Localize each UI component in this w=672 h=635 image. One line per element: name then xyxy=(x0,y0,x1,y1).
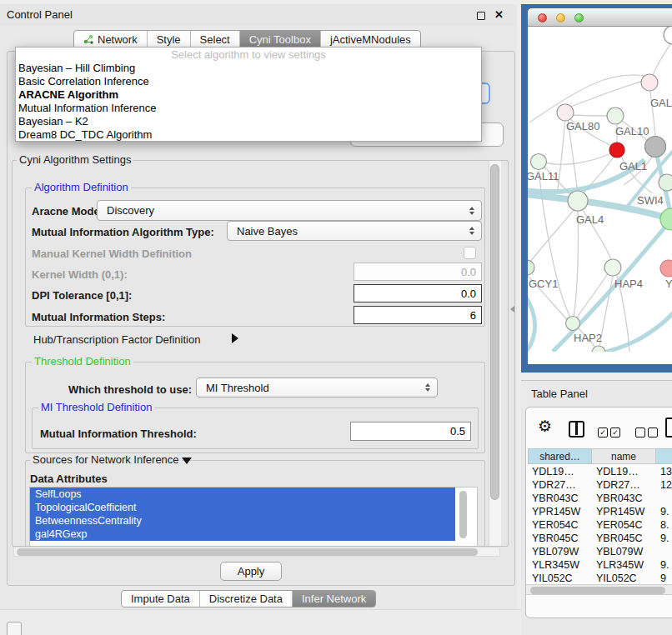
table-hscrollbar-thumb[interactable] xyxy=(530,587,665,594)
column-header[interactable]: shared… xyxy=(528,448,592,464)
panel-resize-handle-icon[interactable] xyxy=(510,306,514,312)
aracne-mode-value: Discovery xyxy=(107,204,154,217)
node-label: GAL4 xyxy=(576,213,604,226)
mac-zoom-icon[interactable] xyxy=(574,13,584,22)
popup-item[interactable]: Basic Correlation Inference xyxy=(16,75,481,88)
settings-vscrollbar-thumb[interactable] xyxy=(490,164,499,500)
popup-item[interactable]: Bayesian – Hill Climbing xyxy=(16,62,481,75)
table-row[interactable]: YLR345WYLR345W9. xyxy=(528,558,672,572)
kernel-width-input[interactable]: 0.0 xyxy=(354,262,482,281)
list-item[interactable]: SelfLoops xyxy=(30,488,455,501)
tab-style[interactable]: Style xyxy=(147,31,190,48)
checkbox-checked-icon[interactable]: ✓ xyxy=(598,428,608,438)
mi-type-value: Naive Bayes xyxy=(237,225,298,238)
network-window-titlebar[interactable] xyxy=(528,8,672,27)
split-columns-icon[interactable] xyxy=(569,421,584,438)
threshold-definition-title: Threshold Definition xyxy=(32,356,133,368)
mac-minimize-icon[interactable] xyxy=(556,13,565,22)
popup-item[interactable]: Dream8 DC_TDC Algorithm xyxy=(16,128,481,142)
popup-item[interactable]: Mutual Information Inference xyxy=(16,102,481,115)
node-label: GCY1 xyxy=(529,278,558,290)
node-label: HAP4 xyxy=(614,278,643,290)
data-attributes-list: SelfLoops TopologicalCoefficient Between… xyxy=(29,487,478,547)
table-row[interactable]: YBR043CYBR043C xyxy=(528,492,672,505)
aracne-mode-combo[interactable]: Discovery xyxy=(97,200,482,221)
node-label: GAL11 xyxy=(528,170,559,182)
hub-section-label[interactable]: Hub/Transcription Factor Definition xyxy=(33,333,200,346)
minimized-panel-icon[interactable] xyxy=(7,622,22,635)
mi-steps-label: Mutual Information Steps: xyxy=(32,311,165,323)
manual-kernel-label: Manual Kernel Width Definition xyxy=(32,248,192,260)
sources-group-title[interactable]: Sources for Network Inference xyxy=(30,454,182,466)
table-row[interactable]: YPR145WYPR145W9. xyxy=(528,505,672,518)
mi-type-label: Mutual Information Algorithm Type: xyxy=(32,226,214,238)
node-label: GAL10 xyxy=(615,125,649,138)
settings-hscrollbar-thumb[interactable] xyxy=(17,548,478,556)
tab-infer-network[interactable]: Infer Network xyxy=(292,591,375,607)
checkbox-checked-icon[interactable]: ✓ xyxy=(610,428,620,438)
network-window: GAL GAL80 GAL10 GAL1 GAL11 SWI4 GAL4 GCY… xyxy=(528,8,672,364)
node-label: SWI4 xyxy=(637,194,664,207)
list-item[interactable]: BetweennessCentrality xyxy=(30,514,455,528)
node-label: GAL xyxy=(650,97,672,109)
table-panel-title: Table Panel xyxy=(531,388,588,400)
tab-cyni-toolbox[interactable]: Cyni Toolbox xyxy=(239,31,320,48)
table-row[interactable]: YIL052CYIL052C9 xyxy=(528,572,672,585)
which-threshold-combo[interactable]: MI Threshold xyxy=(196,378,438,398)
table-row[interactable]: YBR045CYBR045C9. xyxy=(528,532,672,545)
dpi-tolerance-label: DPI Tolerance [0,1]: xyxy=(32,289,132,302)
bottom-tabs: Impute Data Discretize Data Infer Networ… xyxy=(121,590,376,608)
mac-close-icon[interactable] xyxy=(538,13,547,22)
mi-threshold-input[interactable]: 0.5 xyxy=(350,422,471,441)
column-header[interactable]: name xyxy=(592,448,656,464)
control-panel-titlebar: Control Panel ✕ xyxy=(0,4,517,26)
network-node-labels: GAL GAL80 GAL10 GAL1 GAL11 SWI4 GAL4 GCY… xyxy=(528,97,672,344)
float-icon[interactable] xyxy=(477,12,485,20)
close-icon[interactable]: ✕ xyxy=(494,4,504,26)
mi-threshold-label: Mutual Information Threshold: xyxy=(40,428,197,440)
mi-steps-input[interactable]: 6 xyxy=(354,306,482,324)
chevron-down-icon[interactable] xyxy=(182,458,192,464)
gear-icon[interactable]: ⚙ xyxy=(538,418,552,434)
tab-impute-data[interactable]: Impute Data xyxy=(122,591,199,607)
list-item[interactable]: gal4RGexp xyxy=(30,528,455,541)
dpi-tolerance-input[interactable]: 0.0 xyxy=(354,284,482,302)
popup-placeholder: Select algorithm to view settings xyxy=(16,48,481,62)
algorithm-dropdown-popup: Select algorithm to view settings Bayesi… xyxy=(15,47,482,142)
node-label: HAP2 xyxy=(574,332,602,344)
table-row[interactable]: YDL19…YDL19…13 xyxy=(528,465,672,478)
checkbox-unchecked-icon[interactable] xyxy=(635,428,645,438)
network-canvas[interactable]: GAL GAL80 GAL10 GAL1 GAL11 SWI4 GAL4 GCY… xyxy=(528,27,672,352)
popup-item[interactable]: Bayesian – K2 xyxy=(16,115,481,128)
node-label: GAL80 xyxy=(566,120,599,132)
table-row[interactable]: YDR27…YDR27…12 xyxy=(528,478,672,492)
algorithm-definition-title: Algorithm Definition xyxy=(32,182,131,193)
app-window: Control Panel ✕ Network Style Select Cyn… xyxy=(0,0,672,635)
node-label: Y xyxy=(665,278,672,290)
document-icon[interactable] xyxy=(665,418,672,438)
table-row[interactable]: YER054CYER054C8. xyxy=(528,518,672,532)
apply-button[interactable]: Apply xyxy=(220,562,282,581)
list-item[interactable]: TopologicalCoefficient xyxy=(30,501,455,514)
tab-discretize-data[interactable]: Discretize Data xyxy=(199,591,292,607)
tab-jactivemnodules[interactable]: jActiveMNodules xyxy=(320,31,420,48)
which-threshold-value: MI Threshold xyxy=(206,382,269,394)
which-threshold-label: Which threshold to use: xyxy=(68,383,192,396)
chevron-right-icon[interactable] xyxy=(232,333,238,343)
tab-network[interactable]: Network xyxy=(74,31,147,48)
cyni-algorithm-settings-title: Cyni Algorithm Settings xyxy=(17,154,133,166)
kernel-width-label: Kernel Width (0,1): xyxy=(32,268,128,281)
popup-item-selected[interactable]: ARACNE Algorithm xyxy=(16,88,481,102)
node-label: GAL1 xyxy=(619,160,647,172)
manual-kernel-checkbox[interactable] xyxy=(464,247,476,259)
aracne-mode-label: Aracne Mode: xyxy=(32,205,103,218)
tab-select[interactable]: Select xyxy=(190,31,239,48)
mi-type-combo[interactable]: Naive Bayes xyxy=(227,221,482,241)
table-row[interactable]: YBL079WYBL079W xyxy=(528,545,672,558)
column-header[interactable]: A xyxy=(656,448,672,464)
checkbox-unchecked-icon[interactable] xyxy=(648,428,658,438)
table-hscrollbar-track[interactable] xyxy=(526,584,672,595)
spinner-arrows-icon xyxy=(425,383,430,392)
mi-threshold-group-title: MI Threshold Definition xyxy=(38,402,154,413)
list-scrollbar[interactable] xyxy=(459,491,467,538)
